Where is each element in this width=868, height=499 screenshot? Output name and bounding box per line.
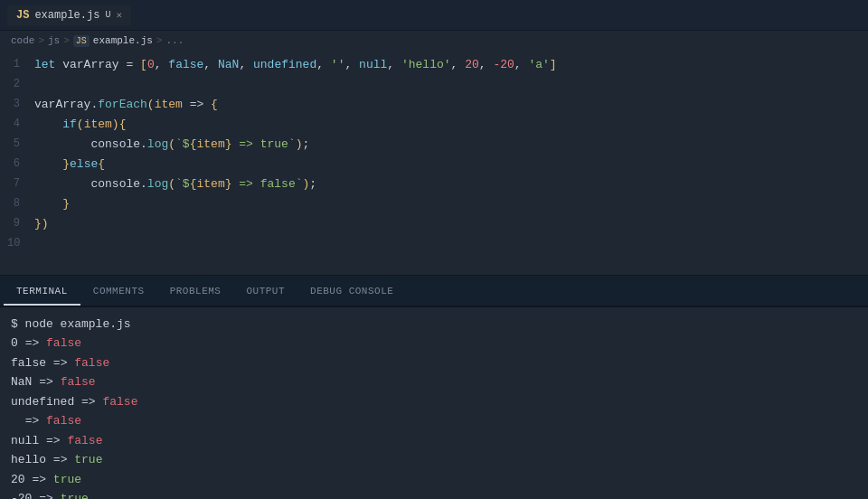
tab-debug-console[interactable]: DEBUG CONSOLE bbox=[297, 278, 406, 304]
terminal-output-line-3: NaN => false bbox=[11, 372, 857, 391]
line-number-4: 4 bbox=[7, 118, 34, 130]
terminal-command: node example.js bbox=[25, 317, 131, 331]
tab-output[interactable]: OUTPUT bbox=[233, 278, 297, 304]
terminal-output-line-5: => false bbox=[11, 411, 857, 430]
line-number-1: 1 bbox=[7, 58, 34, 71]
code-line-1: 1 let varArray = [0, false, NaN, undefin… bbox=[0, 54, 868, 74]
breadcrumb-js-folder[interactable]: js bbox=[48, 35, 60, 46]
code-line-7: 7 console.log(`${item} => false`); bbox=[0, 174, 868, 193]
breadcrumb-sep-3: > bbox=[156, 35, 163, 46]
line-number-6: 6 bbox=[7, 157, 34, 170]
terminal-output-line-9: -20 => true bbox=[11, 489, 857, 499]
code-text-6: }else{ bbox=[34, 157, 861, 171]
code-line-5: 5 console.log(`${item} => true`); bbox=[0, 134, 868, 154]
code-line-10: 10 bbox=[0, 233, 868, 253]
breadcrumb: code > js > JS example.js > ... bbox=[0, 31, 868, 51]
breadcrumb-ellipsis: ... bbox=[165, 35, 184, 46]
code-text-7: console.log(`${item} => false`); bbox=[34, 177, 861, 191]
line-number-9: 9 bbox=[7, 217, 34, 230]
terminal-command-line: $ node example.js bbox=[11, 315, 857, 334]
tab-close-button[interactable]: ✕ bbox=[116, 9, 122, 21]
tab-filename: example.js bbox=[34, 9, 99, 22]
terminal-output-line-6: null => false bbox=[11, 431, 857, 450]
code-line-4: 4 if(item){ bbox=[0, 114, 868, 134]
file-tab[interactable]: JS example.js U ✕ bbox=[7, 5, 131, 25]
code-text-1: let varArray = [0, false, NaN, undefined… bbox=[34, 58, 861, 71]
breadcrumb-sep-1: > bbox=[38, 35, 44, 46]
code-editor: 1 let varArray = [0, false, NaN, undefin… bbox=[0, 51, 868, 275]
line-number-10: 10 bbox=[7, 237, 34, 250]
code-line-2: 2 bbox=[0, 74, 868, 94]
code-text-8: } bbox=[34, 197, 861, 211]
line-number-2: 2 bbox=[7, 78, 34, 90]
line-number-5: 5 bbox=[7, 137, 34, 150]
terminal-output-line-1: 0 => false bbox=[11, 334, 857, 353]
code-line-6: 6 }else{ bbox=[0, 154, 868, 174]
breadcrumb-sep-2: > bbox=[63, 35, 70, 46]
line-number-3: 3 bbox=[7, 98, 34, 110]
code-text-5: console.log(`${item} => true`); bbox=[34, 137, 861, 151]
terminal-output-line-8: 20 => true bbox=[11, 470, 857, 489]
tab-problems[interactable]: PROBLEMS bbox=[157, 278, 234, 304]
terminal-output-line-2: false => false bbox=[11, 353, 857, 372]
line-number-7: 7 bbox=[7, 177, 34, 190]
breadcrumb-filename[interactable]: example.js bbox=[93, 35, 153, 46]
terminal-prompt: $ bbox=[11, 317, 25, 331]
code-line-3: 3 varArray.forEach(item => { bbox=[0, 94, 868, 114]
code-text-3: varArray.forEach(item => { bbox=[34, 98, 861, 111]
terminal-panel: $ node example.js 0 => false false => fa… bbox=[0, 307, 868, 499]
terminal-output-line-7: hello => true bbox=[11, 450, 857, 469]
breadcrumb-js-icon: JS bbox=[73, 35, 90, 47]
code-text-4: if(item){ bbox=[34, 118, 861, 131]
code-line-8: 8 } bbox=[0, 193, 868, 213]
code-text-9: }) bbox=[34, 217, 861, 231]
title-bar: JS example.js U ✕ bbox=[0, 0, 868, 31]
terminal-output-line-4: undefined => false bbox=[11, 392, 857, 411]
breadcrumb-code[interactable]: code bbox=[11, 35, 34, 46]
tab-terminal[interactable]: TERMINAL bbox=[4, 278, 80, 304]
line-number-8: 8 bbox=[7, 197, 34, 210]
js-file-icon: JS bbox=[16, 9, 29, 22]
tab-modified-indicator: U bbox=[105, 10, 110, 20]
panel-tab-bar: TERMINAL COMMENTS PROBLEMS OUTPUT DEBUG … bbox=[0, 275, 868, 307]
code-line-9: 9 }) bbox=[0, 213, 868, 233]
tab-comments[interactable]: COMMENTS bbox=[80, 278, 157, 304]
